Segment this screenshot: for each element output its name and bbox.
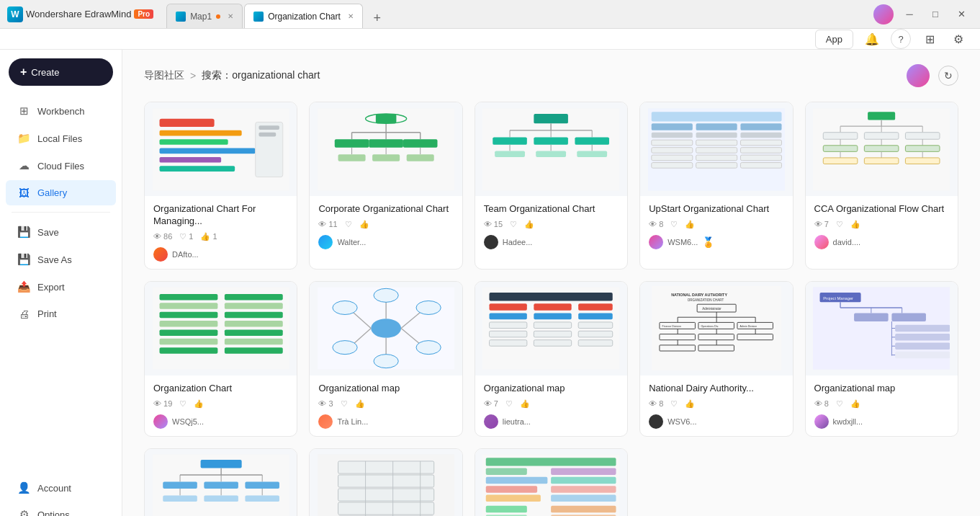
tab-orgchart[interactable]: Organization Chart ✕ xyxy=(244,4,363,28)
svg-rect-52 xyxy=(740,132,781,138)
card-10-body: Organizational map 👁 8 ♡ 👍 kwdxjll... xyxy=(806,375,958,436)
sidebar-item-save-as[interactable]: 💾 Save As xyxy=(6,246,116,272)
card-10-author-name: kwdxjll... xyxy=(833,417,863,426)
svg-rect-4 xyxy=(159,148,255,154)
svg-rect-126 xyxy=(579,322,613,329)
app-button[interactable]: App xyxy=(815,30,853,49)
tab-label-orgchart: Organization Chart xyxy=(268,12,341,22)
card-13[interactable]: Project Management Chart xyxy=(475,448,628,516)
sidebar-item-save[interactable]: 💾 Save xyxy=(6,219,116,245)
card-10[interactable]: Project Manager xyxy=(805,281,958,437)
card-7-author: Trà Lin... xyxy=(318,414,453,429)
svg-rect-169 xyxy=(895,334,950,341)
card-12[interactable]: Organizational Chart xyxy=(309,448,462,516)
card-5[interactable]: CCA Organizational Flow Chart 👁 7 ♡ 👍 da… xyxy=(805,102,958,270)
card-2[interactable]: Corporate Corporate Organizational Chart… xyxy=(309,102,462,270)
svg-rect-59 xyxy=(652,155,693,161)
svg-rect-72 xyxy=(823,132,858,139)
sidebar-item-export[interactable]: 📤 Export xyxy=(6,274,116,300)
card-5-stats: 👁 7 ♡ 👍 xyxy=(814,220,949,229)
svg-rect-98 xyxy=(159,339,217,345)
card-8-likes: 👍 xyxy=(520,399,530,409)
sidebar-item-gallery[interactable]: 🖼 Gallery xyxy=(6,180,116,205)
sidebar-item-cloud-files[interactable]: ☁ Cloud Files xyxy=(6,153,116,179)
tab-label-map1: Map1 xyxy=(190,12,212,22)
card-6[interactable]: Organization Chart 👁 19 ♡ 👍 WSQj5... xyxy=(144,281,297,437)
tab-add-button[interactable]: + xyxy=(367,8,387,28)
svg-rect-91 xyxy=(224,303,282,310)
card-1[interactable]: Organizational Chart For Managing... 👁 8… xyxy=(144,102,297,270)
card-4-body: UpStart Organizational Chart 👁 8 ♡ 👍 WSM… xyxy=(640,196,792,257)
card-2-svg: Corporate xyxy=(318,107,454,192)
breadcrumb-separator: > xyxy=(190,70,196,81)
sidebar-item-account[interactable]: 👤 Account xyxy=(6,475,116,501)
svg-rect-190 xyxy=(163,496,197,502)
svg-rect-211 xyxy=(551,495,616,502)
settings-icon[interactable]: ⚙ xyxy=(948,29,968,49)
card-9-title: National Dairy Authority... xyxy=(649,383,783,395)
card-7-avatar xyxy=(318,414,333,429)
tab-close-orgchart[interactable]: ✕ xyxy=(348,12,354,20)
svg-rect-55 xyxy=(740,140,781,146)
sidebar-item-print[interactable]: 🖨 Print xyxy=(6,301,116,326)
card-7-hearts: ♡ xyxy=(341,399,348,409)
svg-rect-118 xyxy=(490,304,527,311)
svg-rect-42 xyxy=(495,151,525,157)
card-9[interactable]: NATIONAL DAIRY AUTHORITY ORGANIZATION CH… xyxy=(639,281,793,437)
app-icon: W xyxy=(7,6,23,22)
sidebar-item-workbench[interactable]: ⊞ Workbench xyxy=(6,98,116,124)
svg-text:Operations Div.: Operations Div. xyxy=(701,325,719,328)
card-5-title: CCA Organizational Flow Chart xyxy=(814,203,949,215)
notification-icon[interactable]: 🔔 xyxy=(862,29,882,49)
refresh-icon[interactable]: ↻ xyxy=(938,66,958,86)
card-9-stats: 👁 8 ♡ 👍 xyxy=(649,399,783,409)
card-4-title: UpStart Organizational Chart xyxy=(649,203,783,215)
svg-rect-168 xyxy=(895,325,950,332)
sidebar-item-local-files[interactable]: 📁 Local Files xyxy=(6,125,116,151)
svg-rect-95 xyxy=(224,321,282,327)
close-button[interactable]: ✕ xyxy=(951,4,971,25)
card-9-avatar xyxy=(649,414,663,429)
svg-rect-80 xyxy=(906,145,940,151)
title-bar: W Wondershare EdrawMind Pro Map1 ✕ Organ… xyxy=(0,0,980,29)
maximize-button[interactable]: □ xyxy=(925,4,945,25)
card-4[interactable]: UpStart Organizational Chart 👁 8 ♡ 👍 WSM… xyxy=(639,102,793,270)
svg-rect-125 xyxy=(534,322,572,329)
cards-grid-row1: Organizational Chart For Managing... 👁 8… xyxy=(144,102,958,270)
card-6-views: 👁 19 xyxy=(153,399,172,408)
card-7-thumb xyxy=(310,282,462,375)
sidebar-item-options[interactable]: ⚙ Options xyxy=(6,502,116,516)
breadcrumb-current: 搜索：organizational chart xyxy=(202,69,320,82)
card-8[interactable]: Organizational map 👁 7 ♡ 👍 lieutra... xyxy=(475,281,628,437)
tab-close-map1[interactable]: ✕ xyxy=(228,12,233,20)
minimize-button[interactable]: ─ xyxy=(899,4,920,25)
svg-rect-56 xyxy=(652,147,693,153)
svg-rect-43 xyxy=(536,151,567,157)
card-7[interactable]: Organizational map 👁 3 ♡ 👍 Trà Lin... xyxy=(309,281,462,437)
help-icon[interactable]: ? xyxy=(891,29,911,49)
card-2-author: Walter... xyxy=(318,235,453,249)
card-3[interactable]: Team Organizational Chart 👁 15 ♡ 👍 Hadee… xyxy=(475,102,628,270)
svg-rect-44 xyxy=(577,151,608,157)
tab-map1[interactable]: Map1 ✕ xyxy=(166,4,243,28)
card-8-thumb xyxy=(475,282,627,375)
card-1-stats: 👁 86 ♡ 1 👍 1 xyxy=(153,232,288,241)
svg-rect-8 xyxy=(259,125,279,130)
card-13-svg xyxy=(482,453,619,516)
card-1-avatar xyxy=(153,247,168,262)
svg-rect-54 xyxy=(696,140,737,146)
grid-icon[interactable]: ⊞ xyxy=(920,29,940,49)
svg-rect-47 xyxy=(652,123,693,130)
card-2-views: 👁 11 xyxy=(318,220,337,228)
create-button[interactable]: + Create xyxy=(9,58,113,86)
card-4-thumb xyxy=(640,102,792,196)
breadcrumb-home[interactable]: 导图社区 xyxy=(144,69,184,82)
card-11[interactable]: Organization Chart xyxy=(144,448,297,516)
svg-rect-57 xyxy=(696,147,737,153)
card-7-author-name: Trà Lin... xyxy=(337,417,368,426)
card-3-title: Team Organizational Chart xyxy=(484,203,619,215)
svg-rect-66 xyxy=(868,112,895,120)
svg-rect-94 xyxy=(159,321,217,327)
svg-rect-191 xyxy=(204,496,238,502)
svg-rect-62 xyxy=(652,162,693,168)
